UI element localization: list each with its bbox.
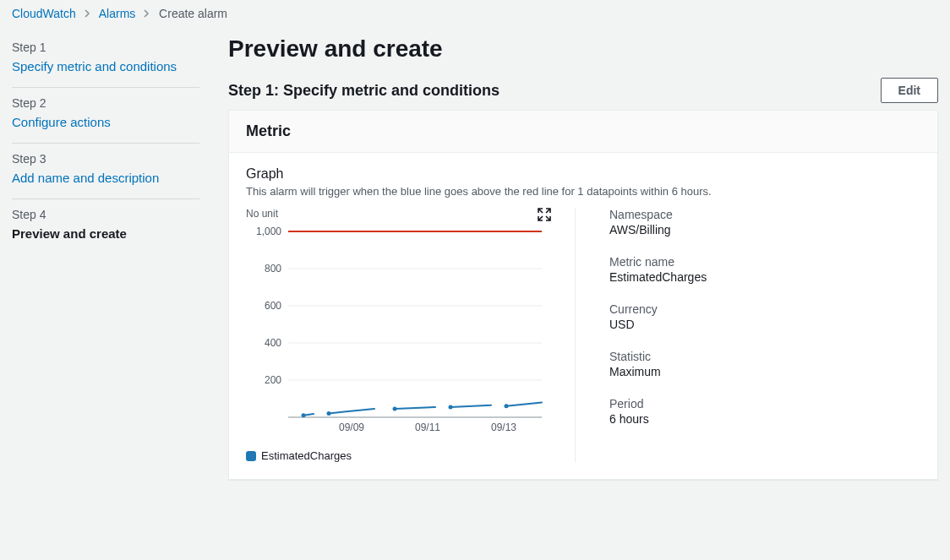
detail-statistic: Statistic Maximum	[609, 350, 920, 378]
detail-namespace: Namespace AWS/Billing	[609, 208, 920, 237]
step-number: Step 3	[12, 152, 199, 166]
page-title: Preview and create	[228, 35, 938, 63]
step-title: Add name and description	[12, 169, 199, 187]
breadcrumb-link-alarms[interactable]: Alarms	[99, 7, 136, 20]
metric-details: Namespace AWS/Billing Metric name Estima…	[609, 208, 920, 462]
sidebar-step-1[interactable]: Step 1 Specify metric and conditions	[12, 32, 199, 88]
breadcrumb-current: Create alarm	[159, 7, 227, 20]
graph-description: This alarm will trigger when the blue li…	[246, 185, 920, 198]
step-title: Specify metric and conditions	[12, 57, 199, 75]
svg-point-19	[505, 404, 509, 408]
y-axis-unit: No unit	[246, 208, 554, 220]
metric-chart: 2004006008001,00009/0909/1109/13	[246, 223, 550, 443]
svg-text:800: 800	[265, 263, 281, 275]
main-content: Preview and create Step 1: Specify metri…	[211, 24, 950, 480]
sidebar-step-3[interactable]: Step 3 Add name and description	[12, 144, 199, 199]
legend-swatch	[246, 451, 256, 461]
detail-label: Metric name	[609, 255, 920, 269]
svg-text:1,000: 1,000	[256, 226, 281, 237]
step-number: Step 1	[12, 41, 199, 54]
detail-label: Statistic	[609, 350, 920, 363]
legend-label: EstimatedCharges	[261, 449, 352, 462]
metric-card: Metric Graph This alarm will trigger whe…	[228, 110, 938, 480]
detail-label: Namespace	[609, 208, 920, 221]
svg-point-17	[393, 407, 397, 411]
chevron-right-icon	[85, 7, 91, 20]
card-title: Metric	[246, 122, 920, 140]
expand-icon[interactable]	[538, 208, 551, 221]
svg-point-18	[449, 405, 453, 409]
chart-legend: EstimatedCharges	[246, 449, 554, 462]
section-title: Step 1: Specify metric and conditions	[228, 82, 500, 100]
sidebar-step-4: Step 4 Preview and create	[12, 199, 199, 254]
svg-text:200: 200	[265, 374, 281, 386]
graph-label: Graph	[246, 166, 920, 182]
svg-text:400: 400	[265, 337, 281, 349]
detail-value: 6 hours	[609, 412, 920, 426]
detail-label: Currency	[609, 302, 920, 316]
svg-text:09/09: 09/09	[339, 421, 364, 433]
graph-pane: No unit 2004006008001,00009/0909/1109/13	[246, 208, 576, 462]
svg-point-15	[302, 413, 306, 417]
edit-button[interactable]: Edit	[881, 78, 938, 103]
breadcrumb: CloudWatch Alarms Create alarm	[0, 0, 950, 24]
detail-currency: Currency USD	[609, 302, 920, 331]
sidebar-step-2[interactable]: Step 2 Configure actions	[12, 88, 199, 144]
wizard-sidebar: Step 1 Specify metric and conditions Ste…	[0, 24, 211, 480]
detail-value: EstimatedCharges	[609, 270, 920, 284]
svg-text:600: 600	[265, 300, 281, 312]
detail-metric-name: Metric name EstimatedCharges	[609, 255, 920, 284]
detail-value: USD	[609, 318, 920, 331]
step-title: Configure actions	[12, 113, 199, 131]
svg-text:09/13: 09/13	[491, 421, 516, 433]
detail-period: Period 6 hours	[609, 397, 920, 426]
chevron-right-icon	[144, 7, 150, 20]
svg-point-16	[327, 411, 331, 416]
step-title: Preview and create	[12, 225, 199, 242]
breadcrumb-link-cloudwatch[interactable]: CloudWatch	[12, 7, 76, 20]
svg-text:09/11: 09/11	[415, 421, 440, 433]
detail-value: Maximum	[609, 365, 920, 378]
detail-label: Period	[609, 397, 920, 410]
step-number: Step 2	[12, 96, 199, 110]
step-number: Step 4	[12, 208, 199, 221]
detail-value: AWS/Billing	[609, 223, 920, 237]
